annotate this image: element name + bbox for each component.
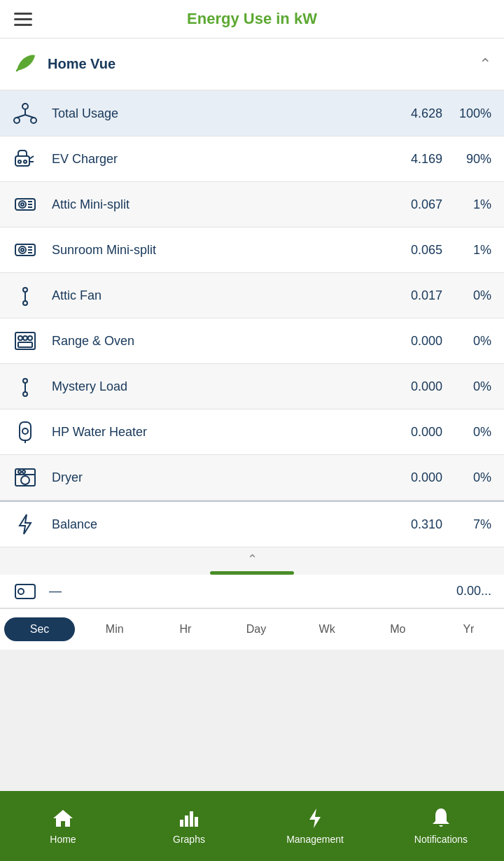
table-row[interactable]: Total Usage 4.628 100% xyxy=(0,91,504,136)
partial-device-icon xyxy=(13,579,49,604)
device-name: Dryer xyxy=(49,470,379,485)
waterheater-icon xyxy=(13,419,49,444)
time-yr[interactable]: Yr xyxy=(433,617,504,641)
partial-value: 0.00... xyxy=(428,584,491,598)
nav-notifications[interactable]: Notifications xyxy=(378,791,504,861)
scroll-bar xyxy=(210,571,294,575)
svg-point-10 xyxy=(24,160,27,163)
table-row[interactable]: Attic Fan 0.017 0% xyxy=(0,273,504,318)
svg-point-1 xyxy=(14,118,20,123)
device-name: EV Charger xyxy=(49,152,379,167)
svg-rect-48 xyxy=(195,817,198,827)
device-value: 4.628 xyxy=(379,106,442,121)
svg-point-0 xyxy=(22,104,28,109)
device-name: Attic Fan xyxy=(49,288,379,303)
device-percent: 0% xyxy=(442,334,491,349)
time-wk[interactable]: Wk xyxy=(292,617,363,641)
svg-point-28 xyxy=(23,336,27,340)
device-percent: 100% xyxy=(442,106,491,121)
device-percent: 0% xyxy=(442,379,491,394)
network-icon xyxy=(13,101,49,126)
collapse-icon[interactable]: ⌃ xyxy=(479,55,491,74)
table-row[interactable]: Range & Oven 0.000 0% xyxy=(0,318,504,364)
table-row[interactable]: Dryer 0.000 0% xyxy=(0,455,504,500)
svg-rect-34 xyxy=(20,422,31,440)
svg-rect-47 xyxy=(190,811,193,827)
svg-marker-42 xyxy=(20,514,31,534)
device-percent: 0% xyxy=(442,470,491,485)
device-percent: 90% xyxy=(442,152,491,167)
table-row[interactable]: Balance 0.310 7% xyxy=(0,500,504,547)
svg-point-9 xyxy=(18,160,21,163)
nav-notifications-label: Notifications xyxy=(414,834,468,845)
device-value: 0.310 xyxy=(379,517,442,532)
device-value: 4.169 xyxy=(379,152,442,167)
svg-point-40 xyxy=(22,470,25,473)
svg-point-33 xyxy=(23,392,27,396)
svg-point-31 xyxy=(23,379,27,383)
nav-home[interactable]: Home xyxy=(0,791,126,861)
device-percent: 0% xyxy=(442,288,491,303)
device-percent: 7% xyxy=(442,517,491,532)
svg-rect-46 xyxy=(185,816,188,827)
bolt-icon xyxy=(13,512,49,537)
time-mo[interactable]: Mo xyxy=(363,617,433,641)
device-value: 0.000 xyxy=(379,334,442,349)
home-vue-row[interactable]: Home Vue ⌃ xyxy=(0,38,504,91)
svg-rect-45 xyxy=(180,820,183,827)
time-day[interactable]: Day xyxy=(220,617,291,641)
svg-point-41 xyxy=(21,476,29,484)
app-header: Energy Use in kW xyxy=(0,0,504,38)
table-row[interactable]: EV Charger 4.169 90% xyxy=(0,136,504,182)
page-title: Energy Use in kW xyxy=(187,10,317,28)
device-value: 0.000 xyxy=(379,425,442,440)
minisplit2-icon xyxy=(13,237,49,262)
svg-point-29 xyxy=(28,336,32,340)
svg-line-5 xyxy=(25,115,34,118)
device-name: Mystery Load xyxy=(49,379,379,394)
table-row[interactable]: HP Water Heater 0.000 0% xyxy=(0,410,504,455)
device-name: Attic Mini-split xyxy=(49,197,379,212)
time-sec[interactable]: Sec xyxy=(4,617,75,641)
leaf-icon xyxy=(13,50,38,78)
scroll-up-icon[interactable]: ⌃ xyxy=(247,552,258,567)
svg-point-2 xyxy=(31,118,36,123)
time-hr[interactable]: Hr xyxy=(150,617,220,641)
menu-button[interactable] xyxy=(14,13,32,26)
device-value: 0.000 xyxy=(379,379,442,394)
time-min[interactable]: Min xyxy=(79,617,150,641)
nav-home-label: Home xyxy=(50,834,76,845)
svg-point-23 xyxy=(23,288,27,292)
time-interval-bar: Sec Min Hr Day Wk Mo Yr xyxy=(0,608,504,650)
table-row[interactable]: Attic Mini-split 0.067 1% xyxy=(0,182,504,227)
svg-point-13 xyxy=(21,203,24,206)
nav-graphs[interactable]: Graphs xyxy=(126,791,252,861)
mystery-icon xyxy=(13,374,49,399)
partial-device-name: — xyxy=(49,584,428,598)
device-name: Balance xyxy=(49,517,379,532)
svg-line-4 xyxy=(17,115,25,118)
partial-row: — 0.00... xyxy=(0,575,504,608)
device-name: Range & Oven xyxy=(49,334,379,349)
home-vue-label: Home Vue xyxy=(48,56,479,72)
fan-icon xyxy=(13,283,49,308)
nav-management[interactable]: Management xyxy=(252,791,378,861)
table-row[interactable]: Sunroom Mini-split 0.065 1% xyxy=(0,227,504,273)
ev-charger-icon xyxy=(13,146,49,172)
dryer-icon xyxy=(13,465,49,490)
svg-point-39 xyxy=(18,470,21,473)
device-value: 0.017 xyxy=(379,288,442,303)
nav-graphs-label: Graphs xyxy=(173,834,205,845)
table-row[interactable]: Mystery Load 0.000 0% xyxy=(0,364,504,410)
svg-point-12 xyxy=(19,201,26,208)
hamburger-icon xyxy=(14,13,32,15)
device-name: HP Water Heater xyxy=(49,425,379,440)
svg-point-44 xyxy=(18,589,24,594)
hamburger-icon xyxy=(14,18,32,20)
device-list: Total Usage 4.628 100% EV Charger 4.169 … xyxy=(0,91,504,547)
device-name: Total Usage xyxy=(49,106,379,121)
device-value: 0.067 xyxy=(379,197,442,212)
minisplit-icon xyxy=(13,192,49,217)
nav-management-label: Management xyxy=(286,834,344,845)
hamburger-icon xyxy=(14,24,32,26)
